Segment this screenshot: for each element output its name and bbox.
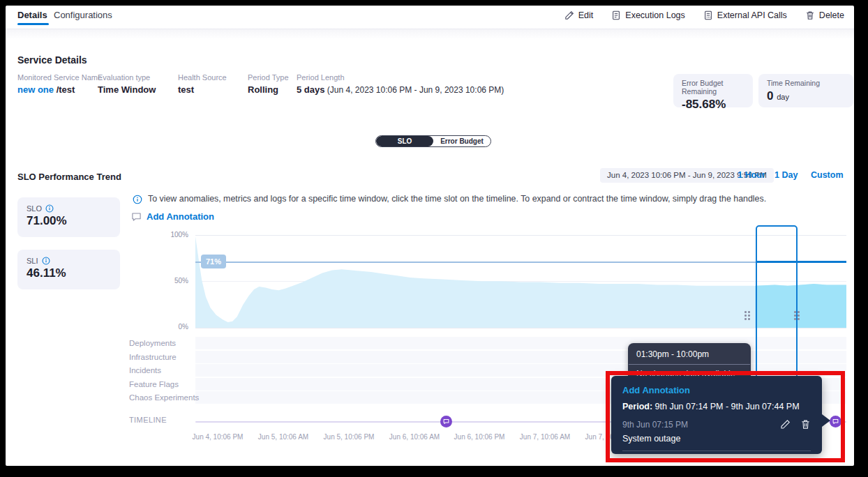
field-label: Evaluation type [98,73,156,82]
execution-logs-label: Execution Logs [625,10,684,20]
screenshot-frame: Details Configurations Edit Execution Lo… [0,0,868,477]
sli-card: SLI 46.11% [17,250,120,289]
info-icon [133,195,142,204]
field-value: Rolling [248,84,289,95]
document-icon [611,10,621,20]
row-label-deployments: Deployments [129,339,176,347]
row-label-incidents: Incidents [129,366,161,374]
annotation-marker[interactable] [440,416,452,427]
slo-target-badge: 71% [201,255,226,268]
period-length-range: (Jun 4, 2023 10:06 PM - Jun 9, 2023 10:0… [324,85,504,95]
header-shadow [6,29,854,39]
slo-card-label: SLO [27,204,42,213]
ytick-100: 100% [160,231,188,238]
slo-card: SLO 71.00% [17,197,120,237]
add-annotation-button[interactable]: Add Annotation [131,211,214,222]
popup-divider [622,450,811,451]
card-label: Time Remaining [767,79,845,87]
range-1-day[interactable]: 1 Day [775,170,798,180]
xtick: Jun 5, 10:06 PM [324,433,375,441]
toggle-slo[interactable]: SLO [376,136,433,146]
chat-bubble-icon [443,418,449,425]
external-api-calls-button[interactable]: External API Calls [703,10,787,20]
tab-configurations[interactable]: Configurations [54,10,112,20]
trend-title: SLO Performance Trend [17,172,121,182]
popup-add-annotation-link[interactable]: Add Annotation [622,385,811,395]
active-tab-underline [17,23,49,25]
range-custom[interactable]: Custom [811,170,844,180]
delete-button[interactable]: Delete [805,10,844,20]
popup-entry-time: 9th Jun 07:15 PM [622,420,780,430]
field-monitored-service: Monitored Service Name new one /test [17,73,102,95]
field-label: Period Length [297,73,504,82]
timeline-label: TIMELINE [129,416,167,424]
app-window: Details Configurations Edit Execution Lo… [6,6,854,466]
field-period-length: Period Length 5 days (Jun 4, 2023 10:06 … [297,73,504,95]
popup-entry-text: System outage [622,434,811,444]
card-value: 0 [767,89,773,103]
document-api-icon [703,10,713,20]
add-annotation-label: Add Annotation [147,211,214,222]
field-label: Monitored Service Name [17,73,102,82]
xtick: Jun 6, 10:06 PM [454,433,505,441]
timeline-info-text: To view anomalies, metrics and logs for … [148,194,766,204]
pencil-icon [564,10,574,20]
info-icon[interactable] [45,204,54,213]
field-value: test [178,84,227,95]
trash-icon [805,10,815,20]
slo-target-line [195,262,756,263]
card-label: Error Budget Remaining [682,79,744,96]
service-details-title: Service Details [17,54,87,66]
info-icon[interactable] [42,257,50,265]
range-1-hour[interactable]: 1 Hour [738,170,765,180]
popup-period-value: 9th Jun 07:14 PM - 9th Jun 07:44 PM [652,402,800,411]
delete-label: Delete [819,10,844,20]
period-length-value: 5 days [297,84,324,95]
external-api-calls-label: External API Calls [717,10,787,20]
execution-logs-button[interactable]: Execution Logs [611,10,684,20]
sli-card-label: SLI [27,257,38,265]
edit-annotation-icon[interactable] [780,419,791,430]
xtick: Jun 6, 10:06 AM [389,433,440,441]
delete-annotation-icon[interactable] [800,419,811,430]
tab-details[interactable]: Details [17,10,47,20]
field-value: Time Window [98,84,156,95]
slo-card-value: 71.00% [27,214,111,228]
annotation-marker-active[interactable] [830,416,841,427]
sli-card-value: 46.11% [27,266,111,280]
chat-bubble-icon [832,418,839,425]
field-label: Health Source [178,73,227,82]
tooltip-time-range: 01:30pm - 10:00pm [628,343,751,364]
row-label-infrastructure: Infrastructure [129,353,177,361]
field-evaluation-type: Evaluation type Time Window [98,73,156,95]
ytick-0: 0% [160,323,188,331]
edit-label: Edit [578,10,594,20]
xtick: Jun 4, 10:06 PM [193,433,244,441]
popup-caret [822,414,830,427]
row-label-chaos-experiments: Chaos Experiments [129,393,199,402]
toggle-error-budget[interactable]: Error Budget [433,136,491,146]
xtick: Jun 5, 10:06 AM [258,433,308,441]
chat-bubble-icon [131,212,142,222]
monitored-service-path: /test [54,84,75,95]
edit-button[interactable]: Edit [564,10,594,20]
field-health-source: Health Source test [178,73,227,95]
header-actions: Edit Execution Logs External API Calls D… [564,10,844,20]
view-toggle: SLO Error Budget [375,135,491,147]
monitored-service-link[interactable]: new one [17,84,54,95]
xtick: Jun 7, 10:06 AM [520,433,570,441]
field-period-type: Period Type Rolling [248,73,289,95]
ytick-50: 50% [160,277,188,285]
timeline-info: To view anomalies, metrics and logs for … [133,194,766,204]
annotation-popup: Add Annotation Period: 9th Jun 07:14 PM … [611,376,822,454]
popup-period-label: Period: [622,402,652,411]
card-unit: day [777,93,789,101]
field-label: Period Type [248,73,289,82]
selection-drag-handle-left[interactable] [744,311,751,321]
error-budget-remaining-card: Error Budget Remaining -85.68% [673,74,753,107]
selection-drag-handle-right[interactable] [794,311,801,321]
time-remaining-card: Time Remaining 0 day [758,74,853,107]
row-label-feature-flags: Feature Flags [129,380,179,388]
card-value: -85.68% [682,98,744,112]
